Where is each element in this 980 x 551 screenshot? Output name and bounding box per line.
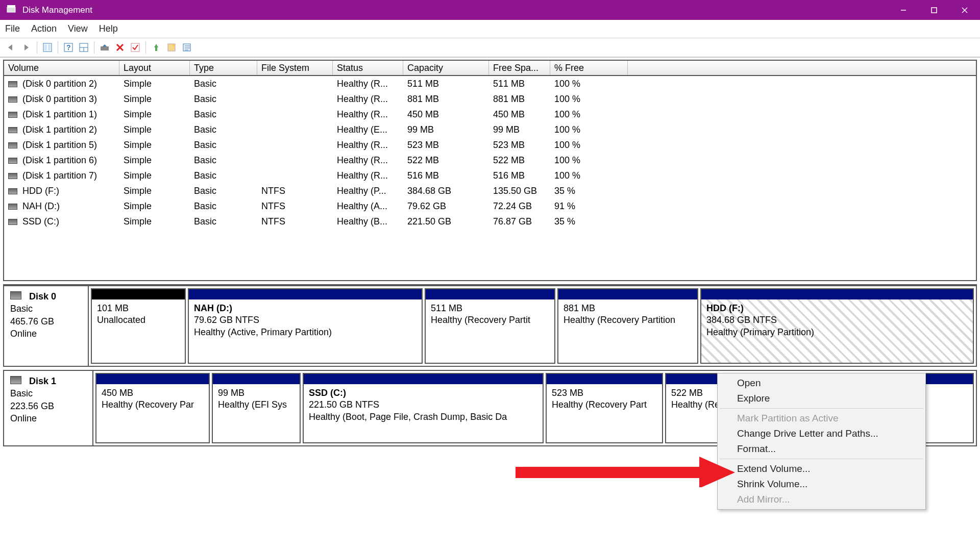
- menu-action[interactable]: Action: [31, 23, 57, 34]
- cell-capacity: 450 MB: [403, 107, 489, 122]
- disk-info[interactable]: Disk 1Basic223.56 GBOnline: [4, 371, 93, 445]
- volume-name: (Disk 0 partition 2): [22, 79, 97, 89]
- menu-item[interactable]: Shrink Volume...: [719, 477, 924, 492]
- menu-item[interactable]: Explore: [719, 391, 924, 406]
- help-icon[interactable]: ?: [62, 41, 75, 54]
- cell-layout: Simple: [119, 107, 190, 122]
- volume-name: (Disk 0 partition 3): [22, 94, 97, 105]
- volume-row[interactable]: (Disk 1 partition 5)SimpleBasicHealthy (…: [4, 137, 976, 153]
- menu-help[interactable]: Help: [99, 23, 118, 34]
- menu-item[interactable]: Extend Volume...: [719, 461, 924, 477]
- forward-icon[interactable]: [20, 41, 33, 54]
- partition[interactable]: NAH (D:)79.62 GB NTFSHealthy (Active, Pr…: [188, 288, 423, 364]
- cell-capacity: 522 MB: [403, 153, 489, 168]
- partition-size: 101 MB: [97, 303, 129, 313]
- volume-row[interactable]: (Disk 1 partition 7)SimpleBasicHealthy (…: [4, 168, 976, 183]
- col-file-system[interactable]: File System: [257, 61, 333, 75]
- volume-list: Volume Layout Type File System Status Ca…: [3, 60, 977, 281]
- cell-capacity: 511 MB: [403, 76, 489, 91]
- col-status[interactable]: Status: [333, 61, 403, 75]
- partition[interactable]: 523 MBHealthy (Recovery Part: [546, 373, 663, 443]
- partition[interactable]: SSD (C:)221.50 GB NTFSHealthy (Boot, Pag…: [303, 373, 544, 443]
- wizard-icon[interactable]: [165, 41, 178, 54]
- disk-state: Online: [10, 329, 37, 339]
- menu-item: Add Mirror...: [719, 492, 924, 507]
- menu-item[interactable]: Format...: [719, 441, 924, 457]
- cell-fs: [257, 137, 333, 153]
- svg-rect-16: [101, 46, 109, 51]
- disk-id: Disk 0: [29, 291, 56, 302]
- maximize-button[interactable]: [919, 0, 949, 20]
- layout-icon[interactable]: [78, 41, 90, 54]
- volume-name: NAH (D:): [22, 201, 60, 212]
- volume-row[interactable]: HDD (F:)SimpleBasicNTFSHealthy (P...384.…: [4, 183, 976, 198]
- cell-pctfree: 100 %: [550, 122, 628, 137]
- cell-fs: NTFS: [257, 214, 333, 229]
- cell-status: Healthy (R...: [333, 107, 403, 122]
- volume-row[interactable]: NAH (D:)SimpleBasicNTFSHealthy (A...79.6…: [4, 198, 976, 214]
- partition[interactable]: 881 MBHealthy (Recovery Partition: [557, 288, 698, 364]
- cell-free: 76.87 GB: [489, 214, 550, 229]
- cell-pctfree: 91 %: [550, 198, 628, 214]
- volume-row[interactable]: (Disk 1 partition 6)SimpleBasicHealthy (…: [4, 153, 976, 168]
- app-icon: [6, 4, 16, 16]
- volume-row[interactable]: (Disk 0 partition 3)SimpleBasicHealthy (…: [4, 91, 976, 107]
- partition-body: 450 MBHealthy (Recovery Par: [96, 384, 209, 442]
- partition-body: NAH (D:)79.62 GB NTFSHealthy (Active, Pr…: [189, 299, 422, 363]
- disk-type: Basic: [10, 304, 33, 314]
- partition-size: 99 MB: [218, 388, 244, 398]
- menu-file[interactable]: File: [5, 23, 20, 34]
- svg-marker-21: [154, 44, 158, 47]
- cell-free: 881 MB: [489, 91, 550, 107]
- cell-fs: NTFS: [257, 183, 333, 198]
- menu-item[interactable]: Open: [719, 375, 924, 391]
- show-hide-tree-icon[interactable]: [41, 41, 54, 54]
- svg-rect-29: [516, 467, 704, 478]
- cell-capacity: 384.68 GB: [403, 183, 489, 198]
- col-volume[interactable]: Volume: [4, 61, 119, 75]
- col-free-space[interactable]: Free Spa...: [489, 61, 550, 75]
- col-capacity[interactable]: Capacity: [403, 61, 489, 75]
- volume-row[interactable]: SSD (C:)SimpleBasicNTFSHealthy (B...221.…: [4, 214, 976, 229]
- partition[interactable]: 450 MBHealthy (Recovery Par: [95, 373, 210, 443]
- minimize-button[interactable]: [888, 0, 919, 20]
- partition[interactable]: 99 MBHealthy (EFI Sys: [212, 373, 301, 443]
- cell-layout: Simple: [119, 122, 190, 137]
- volume-row[interactable]: (Disk 1 partition 2)SimpleBasicHealthy (…: [4, 122, 976, 137]
- partition[interactable]: HDD (F:)384.68 GB NTFSHealthy (Primary P…: [700, 288, 974, 364]
- action-icon[interactable]: [150, 41, 162, 54]
- col-layout[interactable]: Layout: [119, 61, 190, 75]
- partition-status: Healthy (Boot, Page File, Crash Dump, Ba…: [309, 412, 507, 422]
- volume-row[interactable]: (Disk 0 partition 2)SimpleBasicHealthy (…: [4, 76, 976, 91]
- cell-status: Healthy (R...: [333, 153, 403, 168]
- check-icon[interactable]: [129, 41, 141, 54]
- delete-icon[interactable]: [114, 41, 126, 54]
- cell-type: Basic: [190, 153, 257, 168]
- disk-row: Disk 0Basic465.76 GBOnline101 MBUnalloca…: [3, 285, 977, 367]
- cell-free: 522 MB: [489, 153, 550, 168]
- back-icon[interactable]: [5, 41, 17, 54]
- partition[interactable]: 511 MBHealthy (Recovery Partit: [425, 288, 555, 364]
- volume-row[interactable]: (Disk 1 partition 1)SimpleBasicHealthy (…: [4, 107, 976, 122]
- menu-view[interactable]: View: [68, 23, 88, 34]
- disk-state: Online: [10, 413, 37, 423]
- disk-info[interactable]: Disk 0Basic465.76 GBOnline: [4, 286, 89, 366]
- partition[interactable]: 101 MBUnallocated: [91, 288, 186, 364]
- partition-status: Healthy (Recovery Part: [552, 399, 647, 410]
- volume-name: (Disk 1 partition 1): [22, 109, 97, 120]
- cell-pctfree: 100 %: [550, 168, 628, 183]
- partition-color-bar: [558, 289, 697, 299]
- partition-status: Healthy (Recovery Partit: [431, 315, 530, 325]
- partition-body: 511 MBHealthy (Recovery Partit: [426, 299, 554, 363]
- close-button[interactable]: [949, 0, 980, 20]
- col-pct-free[interactable]: % Free: [550, 61, 628, 75]
- svg-point-24: [173, 44, 175, 46]
- cell-pctfree: 100 %: [550, 137, 628, 153]
- menu-item[interactable]: Change Drive Letter and Paths...: [719, 426, 924, 441]
- menu-separator: [720, 459, 923, 459]
- volume-name: SSD (C:): [22, 216, 59, 227]
- partition-status: Healthy (Re: [671, 399, 720, 410]
- eject-icon[interactable]: [99, 41, 111, 54]
- properties-icon[interactable]: [181, 41, 193, 54]
- col-type[interactable]: Type: [190, 61, 257, 75]
